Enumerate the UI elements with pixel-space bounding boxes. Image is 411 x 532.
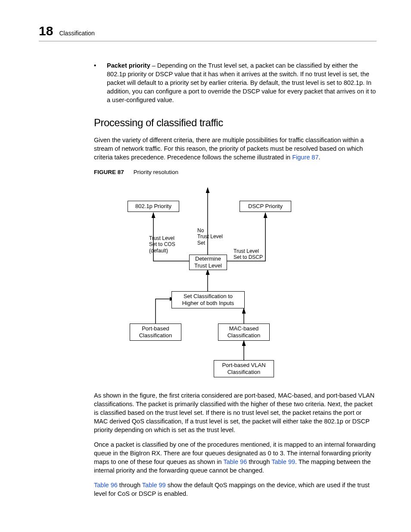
figure-label: FIGURE 87 [94, 169, 124, 175]
para3-mid: through [247, 458, 271, 465]
section-heading: Processing of classified traffic [94, 115, 377, 130]
bullet-item: • Packet priority – Depending on the Tru… [94, 61, 377, 104]
intro-text-a: Given the variety of different criteria,… [94, 137, 364, 161]
label-trust-cos: Trust Level Set to COS (default) [149, 235, 175, 254]
box-set-classification: Set Classification to Higher of both Inp… [171, 291, 245, 308]
explanation-paragraph-1: As shown in the figure, the first criter… [94, 391, 377, 434]
explanation-paragraph-2: Once a packet is classified by one of th… [94, 440, 377, 475]
intro-text-b: . [318, 154, 320, 161]
page-header: 18 Classification [39, 24, 377, 41]
intro-paragraph: Given the variety of different criteria,… [94, 136, 377, 162]
box-port-classification: Port-based Classification [130, 324, 181, 341]
figure-link[interactable]: Figure 87 [292, 154, 318, 161]
table-link-96-a[interactable]: Table 96 [223, 458, 247, 465]
label-no-trust: No Trust Level Set [197, 227, 223, 246]
content-area: • Packet priority – Depending on the Tru… [94, 61, 377, 498]
figure-title: Priority resolution [134, 169, 178, 175]
box-determine-trust: Determine Trust Level [189, 255, 227, 270]
bullet-body: Packet priority – Depending on the Trust… [107, 61, 377, 104]
label-trust-dscp: Trust Level Set to DSCP [234, 248, 263, 261]
explanation-paragraph-3: Table 96 through Table 99 show the defau… [94, 481, 377, 498]
box-vlan-classification: Port-based VLAN Classification [214, 360, 274, 377]
table-link-99-a[interactable]: Table 99 [271, 458, 295, 465]
table-link-96-b[interactable]: Table 96 [94, 482, 118, 488]
chapter-number: 18 [39, 24, 53, 38]
page: 18 Classification • Packet priority – De… [0, 0, 411, 532]
bullet-term: Packet priority [107, 62, 150, 69]
table-link-99-b[interactable]: Table 99 [142, 482, 166, 488]
priority-resolution-diagram: 802.1p Priority DSCP Priority Determine … [106, 179, 364, 386]
box-dscp-priority: DSCP Priority [240, 201, 291, 212]
para4-mid: through [118, 482, 142, 488]
box-mac-classification: MAC-based Classification [218, 324, 270, 341]
box-8021p-priority: 802.1p Priority [128, 201, 179, 212]
bullet-marker: • [94, 61, 107, 104]
figure-caption: FIGURE 87 Priority resolution [94, 168, 377, 177]
section-title: Classification [59, 30, 94, 37]
